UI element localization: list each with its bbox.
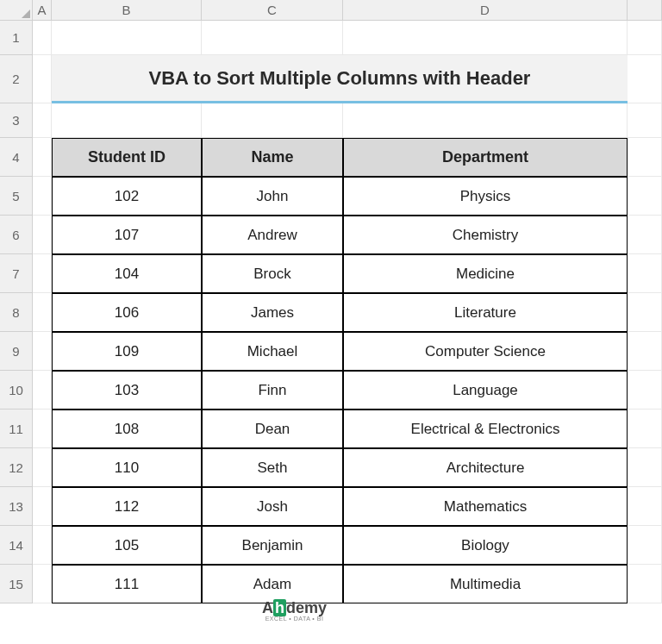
cell-blank[interactable] bbox=[628, 332, 662, 371]
row-header-14[interactable]: 14 bbox=[0, 526, 33, 565]
cell-blank[interactable] bbox=[628, 216, 662, 254]
row-header-3[interactable]: 3 bbox=[0, 103, 33, 138]
col-header-D[interactable]: D bbox=[343, 0, 628, 21]
row-header-13[interactable]: 13 bbox=[0, 487, 33, 526]
cell-blank[interactable] bbox=[202, 21, 343, 55]
cell-blank[interactable] bbox=[628, 487, 662, 526]
table-cell-dept[interactable]: Computer Science bbox=[343, 332, 628, 371]
table-cell-dept[interactable]: Mathematics bbox=[343, 487, 628, 526]
cell-blank[interactable] bbox=[52, 103, 202, 138]
watermark-tagline: EXCEL • DATA • BI bbox=[262, 616, 327, 622]
table-cell-dept[interactable]: Medicine bbox=[343, 254, 628, 293]
cell-blank[interactable] bbox=[628, 21, 662, 55]
cell-blank[interactable] bbox=[628, 371, 662, 410]
cell-A6[interactable] bbox=[33, 216, 52, 254]
row-header-6[interactable]: 6 bbox=[0, 216, 33, 254]
cell-blank[interactable] bbox=[343, 103, 628, 138]
table-cell-name[interactable]: Dean bbox=[202, 410, 343, 448]
cell-A8[interactable] bbox=[33, 293, 52, 332]
table-cell-id[interactable]: 112 bbox=[52, 487, 202, 526]
row-header-11[interactable]: 11 bbox=[0, 410, 33, 448]
row-header-8[interactable]: 8 bbox=[0, 293, 33, 332]
table-header-student-id[interactable]: Student ID bbox=[52, 138, 202, 177]
cell-blank[interactable] bbox=[628, 448, 662, 487]
cell-blank[interactable] bbox=[343, 21, 628, 55]
table-cell-id[interactable]: 111 bbox=[52, 565, 202, 603]
cell-blank[interactable] bbox=[628, 103, 662, 138]
row-header-2[interactable]: 2 bbox=[0, 55, 33, 103]
cell-A15[interactable] bbox=[33, 565, 52, 603]
col-header-C[interactable]: C bbox=[202, 0, 343, 21]
table-cell-id[interactable]: 107 bbox=[52, 216, 202, 254]
table-header-name[interactable]: Name bbox=[202, 138, 343, 177]
col-header-A[interactable]: A bbox=[33, 0, 52, 21]
cell-blank[interactable] bbox=[628, 177, 662, 216]
table-cell-id[interactable]: 102 bbox=[52, 177, 202, 216]
table-cell-dept[interactable]: Architecture bbox=[343, 448, 628, 487]
cell-A1[interactable] bbox=[33, 21, 52, 55]
col-header-B[interactable]: B bbox=[52, 0, 202, 21]
table-cell-name[interactable]: John bbox=[202, 177, 343, 216]
table-cell-name[interactable]: Brock bbox=[202, 254, 343, 293]
watermark-text: demy bbox=[286, 599, 327, 616]
watermark-text: A bbox=[262, 599, 273, 616]
table-cell-dept[interactable]: Literature bbox=[343, 293, 628, 332]
cell-A3[interactable] bbox=[33, 103, 52, 138]
table-cell-name[interactable]: Josh bbox=[202, 487, 343, 526]
table-cell-id[interactable]: 106 bbox=[52, 293, 202, 332]
row-header-5[interactable]: 5 bbox=[0, 177, 33, 216]
row-header-15[interactable]: 15 bbox=[0, 565, 33, 603]
table-cell-dept[interactable]: Language bbox=[343, 371, 628, 410]
cell-A4[interactable] bbox=[33, 138, 52, 177]
row-header-10[interactable]: 10 bbox=[0, 371, 33, 410]
col-header-E[interactable] bbox=[628, 0, 662, 21]
cell-A13[interactable] bbox=[33, 487, 52, 526]
cell-A2[interactable] bbox=[33, 55, 52, 103]
cell-A12[interactable] bbox=[33, 448, 52, 487]
cell-blank[interactable] bbox=[52, 21, 202, 55]
watermark-text: h bbox=[273, 599, 286, 616]
cell-blank[interactable] bbox=[628, 293, 662, 332]
table-cell-id[interactable]: 104 bbox=[52, 254, 202, 293]
table-header-department[interactable]: Department bbox=[343, 138, 628, 177]
table-cell-id[interactable]: 109 bbox=[52, 332, 202, 371]
select-all-corner[interactable] bbox=[0, 0, 33, 21]
row-header-4[interactable]: 4 bbox=[0, 138, 33, 177]
table-cell-dept[interactable]: Electrical & Electronics bbox=[343, 410, 628, 448]
cell-A14[interactable] bbox=[33, 526, 52, 565]
row-header-12[interactable]: 12 bbox=[0, 448, 33, 487]
table-cell-dept[interactable]: Physics bbox=[343, 177, 628, 216]
cell-A10[interactable] bbox=[33, 371, 52, 410]
spreadsheet-grid: A B C D 123456789101112131415VBA to Sort… bbox=[0, 0, 662, 603]
cell-blank[interactable] bbox=[628, 55, 662, 103]
cell-blank[interactable] bbox=[202, 103, 343, 138]
cell-blank[interactable] bbox=[628, 565, 662, 603]
table-cell-name[interactable]: Adam bbox=[202, 565, 343, 603]
table-cell-name[interactable]: Benjamin bbox=[202, 526, 343, 565]
cell-blank[interactable] bbox=[628, 138, 662, 177]
row-header-7[interactable]: 7 bbox=[0, 254, 33, 293]
row-header-1[interactable]: 1 bbox=[0, 21, 33, 55]
watermark: Ahdemy EXCEL • DATA • BI bbox=[262, 599, 327, 622]
cell-A9[interactable] bbox=[33, 332, 52, 371]
table-cell-name[interactable]: Michael bbox=[202, 332, 343, 371]
cell-A7[interactable] bbox=[33, 254, 52, 293]
table-cell-id[interactable]: 108 bbox=[52, 410, 202, 448]
table-cell-id[interactable]: 103 bbox=[52, 371, 202, 410]
cell-blank[interactable] bbox=[628, 526, 662, 565]
table-cell-name[interactable]: James bbox=[202, 293, 343, 332]
cell-A11[interactable] bbox=[33, 410, 52, 448]
table-cell-id[interactable]: 110 bbox=[52, 448, 202, 487]
table-cell-name[interactable]: Finn bbox=[202, 371, 343, 410]
table-cell-dept[interactable]: Biology bbox=[343, 526, 628, 565]
table-cell-id[interactable]: 105 bbox=[52, 526, 202, 565]
row-header-9[interactable]: 9 bbox=[0, 332, 33, 371]
table-cell-name[interactable]: Seth bbox=[202, 448, 343, 487]
page-title[interactable]: VBA to Sort Multiple Columns with Header bbox=[52, 55, 628, 103]
table-cell-name[interactable]: Andrew bbox=[202, 216, 343, 254]
cell-blank[interactable] bbox=[628, 254, 662, 293]
cell-blank[interactable] bbox=[628, 410, 662, 448]
table-cell-dept[interactable]: Multimedia bbox=[343, 565, 628, 603]
table-cell-dept[interactable]: Chemistry bbox=[343, 216, 628, 254]
cell-A5[interactable] bbox=[33, 177, 52, 216]
